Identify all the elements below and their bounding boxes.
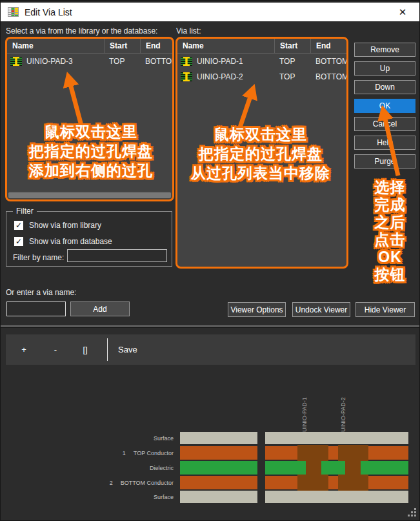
add-button[interactable]: Add <box>70 301 130 316</box>
column-end: End <box>140 39 172 53</box>
top-conductor-bar <box>265 446 408 460</box>
surface-layer-bar <box>265 491 408 503</box>
bottom-conductor-bar <box>180 476 257 489</box>
library-via-row[interactable]: UINIO-PAD-3 TOP BOTTOM <box>7 54 172 69</box>
via-drill <box>306 459 321 476</box>
top-conductor-bar <box>180 446 257 460</box>
app-icon <box>8 7 19 17</box>
purge-button[interactable]: Purge <box>354 154 415 169</box>
help-button[interactable]: Help <box>354 136 415 150</box>
library-list-hscrollbar[interactable] <box>8 192 171 198</box>
annotation-add-via: 鼠标双击这里 把指定的过孔焊盘 添加到右侧的过孔 <box>11 122 171 180</box>
surface-layer-bar <box>180 432 257 444</box>
via-start: TOP <box>274 72 310 81</box>
via-end: BOTTOM <box>140 57 174 66</box>
layer-label: Dielectric <box>142 465 174 471</box>
via-name: UINIO-PAD-1 <box>197 57 243 66</box>
via-pad <box>297 475 328 491</box>
via-row[interactable]: UINIO-PAD-2 TOP BOTTOM <box>177 69 346 85</box>
viewer-splitter[interactable] <box>1 325 419 328</box>
via-name: UINIO-PAD-3 <box>26 57 73 66</box>
via-icon <box>181 72 192 81</box>
layer-label: 1TOP Conductor <box>123 450 174 456</box>
dielectric-bar <box>180 461 257 475</box>
via-name: UINIO-PAD-2 <box>197 72 243 81</box>
down-button[interactable]: Down <box>354 80 415 94</box>
surface-layer-bar <box>265 432 408 444</box>
cancel-button[interactable]: Cancel <box>354 117 415 131</box>
via-end: BOTTOM <box>310 72 348 81</box>
library-list-header: Name Start End <box>7 39 172 54</box>
via-list-header: Name Start End <box>177 39 346 54</box>
filter-by-name-input[interactable] <box>67 249 167 262</box>
zoom-fit-button[interactable]: [] <box>76 334 94 365</box>
viewer-options-button[interactable]: Viewer Options <box>228 302 286 317</box>
show-database-label: Show via from database <box>29 237 112 246</box>
via-icon <box>181 57 192 66</box>
filter-by-name-label: Filter by name: <box>13 253 64 262</box>
via-end: BOTTOM <box>310 57 348 66</box>
checkbox-checked-icon[interactable]: ✓ <box>14 237 23 246</box>
column-name: Name <box>177 39 274 53</box>
window-title: Edit Via List <box>25 7 72 17</box>
zoom-out-button[interactable]: - <box>46 334 65 365</box>
edit-via-list-window: Edit Via List ✕ Select a via from the li… <box>0 0 420 521</box>
layer-label: Surface <box>146 494 174 500</box>
via-name-input[interactable] <box>6 301 66 316</box>
checkbox-checked-icon[interactable]: ✓ <box>14 221 23 230</box>
save-button[interactable]: Save <box>118 334 137 365</box>
annotation-click-ok: 选择 完成 之后 点击 OK 按钮 <box>359 179 420 283</box>
dielectric-bar <box>265 461 408 475</box>
layer-label: Surface <box>146 435 174 442</box>
filter-legend: Filter <box>13 207 37 216</box>
undock-viewer-button[interactable]: Undock Viewer <box>292 302 350 317</box>
show-library-label: Show via from library <box>29 221 101 230</box>
via-start: TOP <box>104 57 140 66</box>
zoom-in-button[interactable]: + <box>15 334 33 365</box>
via-drill <box>345 459 361 476</box>
toolbar-divider <box>107 338 108 361</box>
ok-button[interactable]: OK <box>354 99 415 113</box>
or-enter-via-name-label: Or enter a via name: <box>6 288 76 297</box>
column-start: Start <box>104 39 140 53</box>
column-start: Start <box>274 39 310 53</box>
column-name: Name <box>7 39 104 53</box>
remove-button[interactable]: Remove <box>354 43 415 57</box>
filter-group: Filter ✓ Show via from library ✓ Show vi… <box>6 211 172 267</box>
bottom-conductor-bar <box>265 476 408 489</box>
viewer-toolbar: + - [] Save <box>6 334 415 365</box>
close-icon[interactable]: ✕ <box>395 5 410 19</box>
select-via-label: Select a via from the library or the dat… <box>6 26 157 36</box>
up-button[interactable]: Up <box>354 61 415 76</box>
viewer-via-label: UINIO-PAD-1 <box>301 397 308 432</box>
hide-viewer-button[interactable]: Hide Viewer <box>355 302 415 317</box>
show-library-checkbox-row[interactable]: ✓ Show via from library <box>14 221 101 230</box>
column-end: End <box>310 39 346 53</box>
surface-layer-bar <box>180 491 257 503</box>
annotation-remove-via: 鼠标双击这里 把指定的过孔焊盘 从过孔列表当中移除 <box>181 125 340 183</box>
via-list-label: Via list: <box>176 26 201 36</box>
show-database-checkbox-row[interactable]: ✓ Show via from database <box>14 237 112 246</box>
viewer-via-label: UINIO-PAD-2 <box>339 397 347 432</box>
layer-label: 2BOTTOM Conductor <box>110 480 174 486</box>
via-pad <box>338 475 368 491</box>
via-start: TOP <box>274 57 310 66</box>
via-row[interactable]: UINIO-PAD-1 TOP BOTTOM <box>177 54 346 69</box>
title-bar: Edit Via List ✕ <box>1 1 419 21</box>
via-icon <box>10 57 22 66</box>
